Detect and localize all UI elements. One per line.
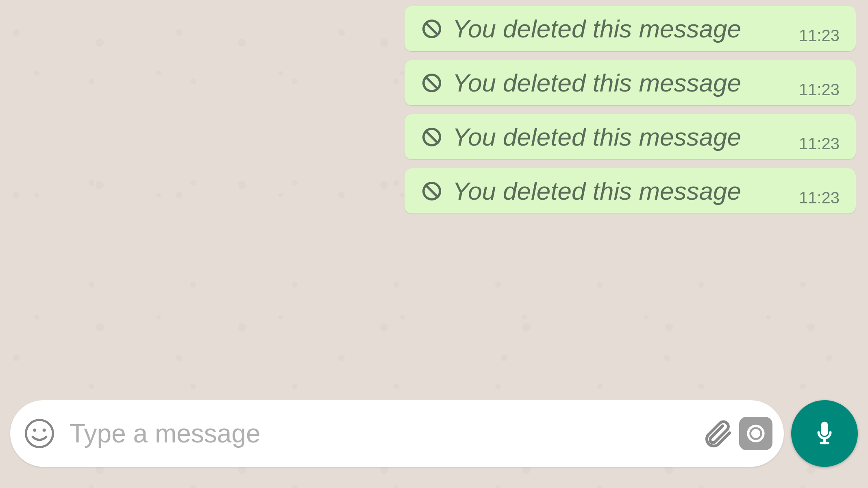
prohibited-icon <box>421 126 443 148</box>
svg-point-12 <box>753 430 759 437</box>
message-timestamp: 11:23 <box>799 189 840 207</box>
message-timestamp: 11:23 <box>799 135 840 153</box>
prohibited-icon <box>421 180 443 202</box>
svg-line-7 <box>426 185 437 196</box>
deleted-message-text: You deleted this message <box>452 176 787 205</box>
message-timestamp: 11:23 <box>799 26 840 45</box>
camera-icon[interactable] <box>739 417 772 450</box>
svg-line-3 <box>426 77 437 88</box>
attachment-icon[interactable] <box>699 416 735 451</box>
deleted-message-bubble[interactable]: You deleted this message 11:23 <box>405 168 856 214</box>
svg-point-10 <box>43 429 46 432</box>
message-input[interactable] <box>57 418 699 449</box>
svg-line-1 <box>426 23 437 34</box>
message-timestamp: 11:23 <box>799 81 840 99</box>
input-bar <box>10 400 858 467</box>
deleted-message-bubble[interactable]: You deleted this message 11:23 <box>405 114 856 159</box>
svg-point-9 <box>33 429 36 432</box>
deleted-message-text: You deleted this message <box>452 68 787 97</box>
deleted-message-text: You deleted this message <box>452 14 787 43</box>
prohibited-icon <box>421 18 443 40</box>
deleted-message-bubble[interactable]: You deleted this message 11:23 <box>405 6 856 51</box>
deleted-message-text: You deleted this message <box>452 122 787 151</box>
svg-line-5 <box>426 131 437 142</box>
microphone-button[interactable] <box>791 400 858 467</box>
emoji-icon[interactable] <box>22 416 57 451</box>
input-container <box>10 400 784 467</box>
message-list: You deleted this message 11:23 You delet… <box>0 0 868 229</box>
deleted-message-bubble[interactable]: You deleted this message 11:23 <box>405 60 856 105</box>
prohibited-icon <box>421 72 443 94</box>
svg-point-8 <box>26 420 53 447</box>
